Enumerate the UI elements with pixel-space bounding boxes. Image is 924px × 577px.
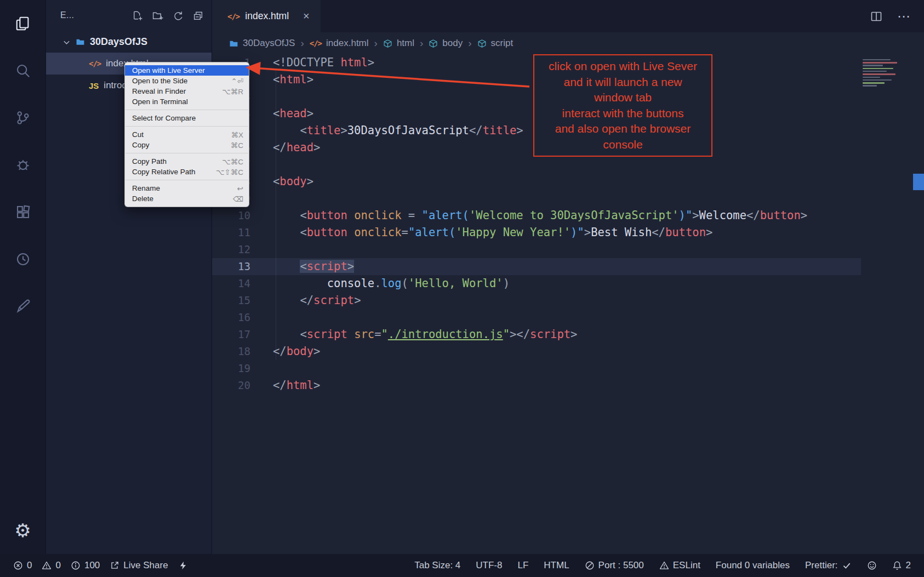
code-line-18[interactable]: 18</body> xyxy=(212,343,861,360)
folder-30daysofjs[interactable]: 30DaysOfJS xyxy=(46,31,212,53)
activity-bar: ⚙ xyxy=(0,0,46,554)
menu-item-shortcut: ↩ xyxy=(237,184,243,193)
line-number: 11 xyxy=(212,224,250,241)
line-number: 20 xyxy=(212,377,250,394)
status-bolt[interactable] xyxy=(178,561,188,570)
menu-item-copy-path[interactable]: Copy Path⌥⌘C xyxy=(125,156,249,167)
status-right: Tab Size: 4UTF-8LFHTMLPort : 5500ESLintF… xyxy=(414,560,911,571)
menu-item-label: Reveal in Finder xyxy=(132,87,212,95)
new-file-icon[interactable] xyxy=(132,10,143,21)
menu-item-copy-relative-path[interactable]: Copy Relative Path⌥⇧⌘C xyxy=(125,167,249,177)
status-lf[interactable]: LF xyxy=(517,560,528,571)
status-label: Port : 5500 xyxy=(598,560,644,571)
more-actions-icon[interactable]: ⋯ xyxy=(897,9,911,24)
breadcrumb-script[interactable]: script xyxy=(477,38,514,49)
run-debug-icon[interactable] xyxy=(14,156,32,174)
code-line-content: <html> xyxy=(250,71,313,88)
menu-item-open-to-the-side[interactable]: Open to the Side⌃⏎ xyxy=(125,76,249,86)
status-smiley[interactable] xyxy=(867,561,877,570)
code-line-content: <button onclick="alert('Happy New Year!'… xyxy=(250,224,712,241)
menu-item-open-in-terminal[interactable]: Open in Terminal xyxy=(125,96,249,107)
code-line-17[interactable]: 17 <script src="./introduction.js"></scr… xyxy=(212,326,861,343)
status-eslint[interactable]: ESLint xyxy=(659,560,700,571)
html-icon: </> xyxy=(310,39,322,48)
check-icon xyxy=(842,561,852,570)
menu-item-label: Copy Relative Path xyxy=(132,168,206,176)
status-tab-size-4[interactable]: Tab Size: 4 xyxy=(414,560,460,571)
annotation-line: click on open with Live Sever xyxy=(539,59,707,75)
symbol-icon xyxy=(383,39,392,48)
code-line-19[interactable]: 19 xyxy=(212,360,861,377)
menu-item-open-with-live-server[interactable]: Open with Live Server xyxy=(125,65,249,76)
code-line-13[interactable]: 13 <script> xyxy=(212,258,861,275)
status-prettier[interactable]: Prettier: xyxy=(805,560,852,571)
status-0[interactable]: 0 xyxy=(13,560,32,571)
breadcrumb-body[interactable]: body xyxy=(429,38,463,49)
menu-item-select-for-compare[interactable]: Select for Compare xyxy=(125,113,249,123)
code-line-12[interactable]: 12 xyxy=(212,241,861,258)
code-line-20[interactable]: 20</html> xyxy=(212,377,861,394)
menu-item-rename[interactable]: Rename↩ xyxy=(125,183,249,193)
symbol-icon xyxy=(429,39,438,48)
close-tab-icon[interactable]: × xyxy=(303,10,310,22)
chevron-right-icon: › xyxy=(468,37,471,49)
status-found-0-variables[interactable]: Found 0 variables xyxy=(716,560,790,571)
tab-index-html[interactable]: </> index.html × xyxy=(212,0,321,32)
code-line-14[interactable]: 14 console.log('Hello, World') xyxy=(212,275,861,292)
status-label: 100 xyxy=(84,560,100,571)
code-line-content: <script> xyxy=(250,258,354,275)
menu-item-reveal-in-finder[interactable]: Reveal in Finder⌥⌘R xyxy=(125,86,249,96)
status-0[interactable]: 0 xyxy=(42,560,60,571)
indent-guide xyxy=(276,71,276,360)
menu-item-label: Select for Compare xyxy=(132,114,233,122)
extensions-icon[interactable] xyxy=(14,203,32,221)
annotation-line: and it will launch a new xyxy=(539,75,707,90)
code-line-10[interactable]: 10 <button onclick = "alert('Welcome to … xyxy=(212,207,861,224)
menu-item-delete[interactable]: Delete⌫ xyxy=(125,193,249,204)
breadcrumb-index-html[interactable]: </>index.html xyxy=(310,38,369,49)
menu-item-cut[interactable]: Cut⌘X xyxy=(125,129,249,140)
breadcrumb-label: body xyxy=(442,38,463,49)
explorer-icon[interactable] xyxy=(14,14,32,33)
info-icon xyxy=(71,561,81,570)
menu-item-copy[interactable]: Copy⌘C xyxy=(125,140,249,150)
code-line-16[interactable]: 16 xyxy=(212,309,861,326)
history-icon[interactable] xyxy=(14,250,32,268)
code-line-15[interactable]: 15 </script> xyxy=(212,292,861,309)
status-utf-8[interactable]: UTF-8 xyxy=(476,560,502,571)
status-port-5500[interactable]: Port : 5500 xyxy=(585,560,644,571)
breadcrumb-html[interactable]: html xyxy=(383,38,414,49)
collapse-all-icon[interactable] xyxy=(192,10,204,21)
error-icon xyxy=(13,561,23,570)
breadcrumb-label: 30DaysOfJS xyxy=(243,38,295,49)
split-editor-icon[interactable] xyxy=(870,10,883,23)
code-line-content: </html> xyxy=(250,377,320,394)
refresh-icon[interactable] xyxy=(172,10,184,21)
breadcrumb-30daysofjs[interactable]: 30DaysOfJS xyxy=(229,38,295,49)
code-line-8[interactable]: 8<body> xyxy=(212,173,861,190)
explorer-header: E... xyxy=(46,0,212,31)
status-2[interactable]: 2 xyxy=(892,560,911,571)
code-line-7[interactable]: 7 xyxy=(212,156,861,173)
status-html[interactable]: HTML xyxy=(544,560,569,571)
status-label: UTF-8 xyxy=(476,560,502,571)
code-line-content: console.log('Hello, World') xyxy=(250,275,510,292)
menu-item-label: Delete xyxy=(132,195,223,203)
code-line-11[interactable]: 11 <button onclick="alert('Happy New Yea… xyxy=(212,224,861,241)
menu-item-shortcut: ⌥⌘R xyxy=(222,87,243,96)
source-control-icon[interactable] xyxy=(14,108,32,127)
code-line-9[interactable]: 9 xyxy=(212,190,861,207)
line-number: 13 xyxy=(212,258,250,275)
minimap[interactable] xyxy=(863,58,911,89)
settings-gear-icon[interactable]: ⚙ xyxy=(14,521,32,540)
scrollbar-marker[interactable] xyxy=(913,174,924,190)
status-live-share[interactable]: Live Share xyxy=(110,560,168,571)
status-100[interactable]: 100 xyxy=(71,560,100,571)
bell-icon xyxy=(892,561,902,570)
status-label: Found 0 variables xyxy=(716,560,790,571)
pen-icon[interactable] xyxy=(14,297,32,316)
new-folder-icon[interactable] xyxy=(152,10,163,21)
line-number: 14 xyxy=(212,275,250,292)
search-icon[interactable] xyxy=(14,61,32,80)
menu-item-label: Cut xyxy=(132,130,221,139)
